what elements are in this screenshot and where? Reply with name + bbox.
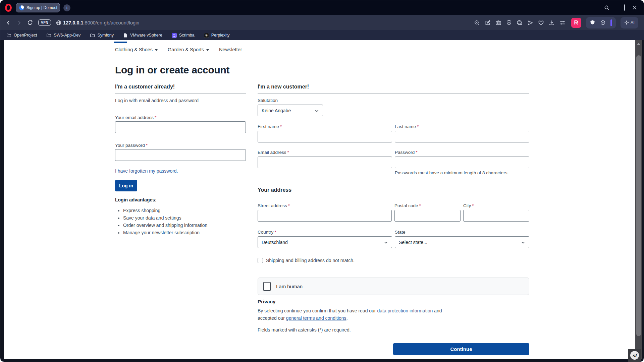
register-email-label: Email address* (258, 150, 392, 155)
forward-button[interactable] (16, 20, 22, 25)
forgot-password-link[interactable]: I have forgotten my password. (115, 168, 178, 174)
page-title: Log in or create account (115, 64, 229, 76)
divider (258, 197, 529, 197)
register-email-input[interactable] (258, 157, 392, 168)
bookmark-openproject[interactable]: OpenProject (6, 33, 37, 38)
perplexity-logo-icon: ✳ (204, 33, 209, 38)
adblock-shield-icon[interactable] (506, 20, 512, 25)
nav-newsletter[interactable]: Newsletter (219, 47, 242, 52)
shipping-differs-checkbox[interactable] (258, 258, 263, 263)
list-item: Express shopping (123, 207, 246, 214)
chevron-down-icon (206, 49, 209, 51)
close-button[interactable] (632, 5, 637, 10)
data-protection-link[interactable]: data protection information (377, 308, 433, 313)
address-bar[interactable]: 127.0.0.1:8000/en-gb/account/login (63, 20, 139, 25)
register-password-input[interactable] (395, 157, 529, 168)
login-advantages-heading: Login advantages: (115, 197, 246, 202)
tab-bar: Sign up | Demostore + (0, 0, 644, 15)
bookmark-symfony[interactable]: Symfony (90, 33, 114, 38)
favorites-heart-icon[interactable] (538, 20, 544, 26)
site-info-globe-icon[interactable] (56, 20, 62, 26)
tab-search-icon[interactable] (604, 5, 609, 10)
tune-sliders-icon[interactable] (559, 20, 566, 26)
new-tab-button[interactable]: + (63, 4, 70, 11)
screenshot-camera-icon[interactable] (495, 20, 501, 26)
page-search-icon[interactable] (474, 20, 480, 26)
send-to-device-icon[interactable] (527, 20, 533, 26)
country-label: Country* (258, 230, 392, 235)
captcha-checkbox[interactable] (263, 282, 271, 291)
captcha-label: I am human (276, 284, 303, 289)
password-hint: Passwords must have a minimum length of … (395, 170, 529, 175)
scrollbar-thumb[interactable] (636, 55, 641, 336)
register-column: I'm a new customer! Salutation Keine Ang… (258, 83, 529, 355)
back-button[interactable] (6, 20, 11, 25)
symfony-logo-icon: sf (630, 351, 639, 360)
list-item: Save your data and settings (123, 214, 246, 222)
extensions-icon[interactable] (590, 20, 595, 25)
terms-conditions-link[interactable]: general terms and conditions (286, 315, 346, 321)
nav-clothing-shoes[interactable]: Clothing & Shoes (115, 47, 158, 52)
nav-garden-sports[interactable]: Garden & Sports (168, 47, 209, 52)
street-input[interactable] (258, 210, 392, 222)
captcha-box: I am human (258, 278, 529, 295)
privacy-paragraph: By selecting continue you confirm that y… (258, 307, 459, 322)
aria-ai-button[interactable]: AI (621, 17, 638, 28)
required-fields-note: Fields marked with asterisks (*) are req… (258, 327, 529, 333)
list-item: Order overview and shipping information (123, 222, 246, 229)
symfony-profiler-badge[interactable]: sf (628, 349, 641, 362)
privacy-heading: Privacy (258, 299, 529, 304)
extensions-pill (586, 17, 616, 28)
country-select[interactable]: Deutschland (258, 236, 392, 248)
pinned-extension-indicator (610, 19, 612, 26)
bookmark-vmware-vsphere[interactable]: VMware vSphere (123, 33, 162, 38)
login-password-input[interactable] (115, 149, 246, 161)
divider (115, 94, 246, 94)
maximize-button[interactable] (624, 5, 625, 11)
shipping-differs-row: Shipping and billing address do not matc… (258, 258, 529, 263)
folder-icon (46, 33, 51, 38)
address-heading: Your address (258, 187, 529, 193)
url-path: :8000/en-gb/account/login (84, 20, 140, 25)
page-scrollbar[interactable] (635, 40, 642, 359)
login-advantages-list: Express shopping Save your data and sett… (123, 207, 246, 236)
opera-logo-icon[interactable] (5, 4, 12, 12)
browser-tab[interactable]: Sign up | Demostore (16, 3, 60, 12)
last-name-input[interactable] (395, 131, 529, 142)
active-nav-underline (114, 42, 127, 43)
register-heading: I'm a new customer! (258, 84, 529, 90)
login-heading: I'm a customer already! (115, 84, 246, 90)
bookmark-sw6-app-dev[interactable]: SW6-App-Dev (46, 33, 80, 38)
reload-button[interactable] (27, 20, 33, 25)
browser-window: Sign up | Demostore + VPN 127. (0, 0, 644, 362)
login-email-input[interactable] (115, 121, 246, 133)
login-column: I'm a customer already! Log in with emai… (115, 83, 246, 236)
state-select[interactable]: Select state... (395, 236, 529, 248)
downloads-icon[interactable] (549, 20, 555, 26)
postal-code-input[interactable] (394, 210, 461, 222)
first-name-input[interactable] (258, 131, 392, 142)
bookmark-scrimba[interactable]: Scrimba (172, 33, 195, 38)
login-email-label: Your email address* (115, 115, 246, 120)
city-input[interactable] (463, 210, 529, 222)
vpn-badge[interactable]: VPN (38, 19, 51, 26)
scrimba-logo-icon (172, 33, 177, 38)
continue-button[interactable]: Continue (393, 343, 529, 355)
last-name-label: Last name* (395, 124, 529, 129)
salutation-select[interactable]: Keine Angabe (258, 105, 323, 116)
snapshot-edit-icon[interactable] (485, 20, 491, 26)
r-extension-badge[interactable]: R (571, 18, 581, 28)
login-button[interactable]: Log in (115, 180, 137, 191)
shopware-favicon-icon (19, 5, 24, 10)
tab-title: Sign up | Demostore (26, 5, 57, 10)
document-icon (123, 33, 128, 38)
bookmark-perplexity[interactable]: ✳ Perplexity (204, 33, 230, 38)
scroll-up-arrow-icon[interactable] (637, 43, 640, 45)
sidebar-cube-icon[interactable] (600, 20, 606, 25)
web-page: Clothing & Shoes Garden & Sports Newslet… (4, 40, 635, 359)
aria-ai-label: AI (631, 20, 635, 25)
first-name-label: First name* (258, 124, 392, 129)
postal-code-label: Postal code* (394, 203, 461, 208)
salutation-label: Salutation (258, 98, 529, 103)
translate-icon[interactable] (517, 20, 523, 26)
